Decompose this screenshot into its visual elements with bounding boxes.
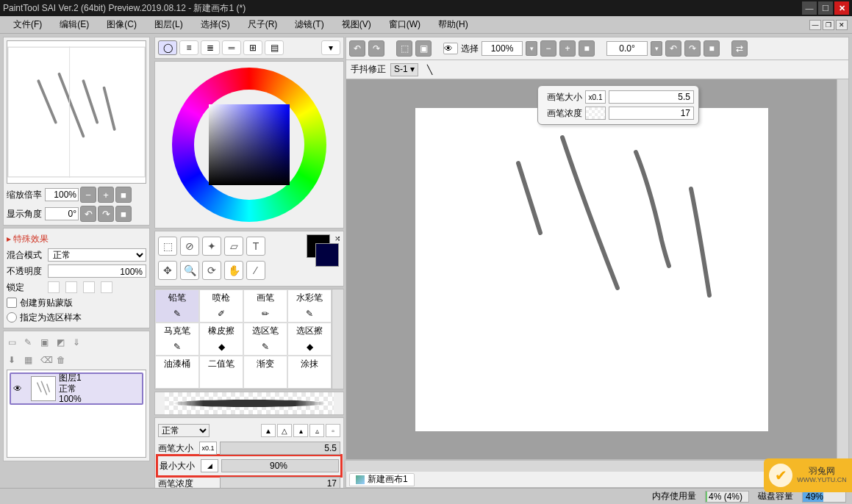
swatches-button[interactable]: ⊞ (243, 40, 262, 55)
brush-marker[interactable]: 马克笔✎ (155, 323, 199, 356)
flatten-icon[interactable]: ▦ (24, 355, 36, 367)
clipping-mask-checkbox[interactable] (7, 298, 17, 308)
canvas-rotate-ccw-button[interactable]: ↶ (665, 40, 681, 57)
opacity-slider[interactable]: 100% (48, 264, 146, 278)
rect-select-tool[interactable]: ⬚ (158, 237, 177, 256)
menu-file[interactable]: 文件(F) (4, 17, 51, 32)
menu-filter[interactable]: 滤镜(T) (286, 17, 332, 32)
rgb-sliders-button[interactable]: ≡ (179, 40, 198, 55)
zoom-reset-button[interactable]: ■ (115, 187, 132, 203)
brush-shape-b-button[interactable]: △ (277, 424, 292, 437)
brush-gradient[interactable]: 渐变 (243, 356, 287, 389)
menu-edit[interactable]: 编辑(E) (51, 17, 98, 32)
merge-down-icon[interactable]: ⬇ (8, 355, 20, 367)
panel-menu-button[interactable]: ▾ (321, 40, 340, 55)
canvas-zoom-fit-button[interactable]: ■ (579, 40, 595, 57)
hsv-sliders-button[interactable]: ≣ (201, 40, 220, 55)
doc-minimize-button[interactable]: — (809, 20, 821, 30)
brush-density-slider[interactable]: 17 (220, 477, 340, 488)
navigator-thumbnail[interactable] (7, 40, 146, 184)
menu-layer[interactable]: 图层(L) (146, 17, 192, 32)
new-layer-icon[interactable]: ▭ (8, 337, 20, 349)
stabilizer-select[interactable]: S-1 ▾ (390, 63, 418, 76)
brush-blend-select[interactable]: 正常 (158, 424, 210, 437)
brush-shape-c-button[interactable]: ▴ (293, 424, 308, 437)
menu-window[interactable]: 窗口(W) (380, 17, 429, 32)
maximize-button[interactable]: ☐ (818, 1, 833, 15)
canvas[interactable] (415, 108, 768, 431)
rotate-cw-button[interactable]: ↷ (98, 206, 114, 222)
flip-horizontal-button[interactable]: ⇄ (731, 40, 748, 57)
scratchpad-button[interactable]: ▤ (265, 40, 284, 55)
min-size-slider[interactable]: 90% (221, 459, 339, 472)
canvas-rotate-reset-button[interactable]: ■ (704, 40, 720, 57)
invert-sel-button[interactable]: ▣ (415, 40, 432, 57)
canvas-zoom-dropdown[interactable]: ▾ (526, 41, 537, 56)
brush-scrollbar[interactable] (332, 289, 343, 389)
canvas-zoom-in-button[interactable]: + (559, 40, 576, 57)
popup-density-value[interactable]: 17 (609, 107, 694, 120)
sv-square[interactable] (209, 104, 290, 185)
transfer-down-icon[interactable]: ⇓ (73, 337, 85, 349)
rotate-ccw-button[interactable]: ↶ (80, 206, 96, 222)
brush-shape-e-button[interactable]: ▫ (326, 424, 340, 437)
canvas-rotate-cw-button[interactable]: ↷ (684, 40, 701, 57)
rotate-view-tool[interactable]: ⟳ (202, 261, 221, 280)
brush-bucket[interactable]: 油漆桶 (155, 356, 199, 389)
angle-input[interactable] (45, 207, 79, 220)
background-swatch[interactable] (315, 243, 339, 267)
special-effects-toggle[interactable]: 特殊效果 (7, 231, 146, 247)
hand-tool[interactable]: ✋ (224, 261, 243, 280)
layer-list[interactable]: 👁 图层1 正常 100% (7, 370, 146, 458)
rotate-reset-button[interactable]: ■ (115, 206, 132, 222)
layer-visibility-icon[interactable]: 👁 (13, 384, 28, 394)
deselect-button[interactable]: ⬚ (396, 40, 412, 57)
color-swatches[interactable]: ⤭ (307, 234, 340, 258)
popup-density-swatch[interactable] (585, 107, 606, 120)
doc-close-button[interactable]: ✕ (836, 20, 848, 30)
zoom-input[interactable] (45, 188, 79, 201)
canvas-zoom-out-button[interactable]: − (540, 40, 556, 57)
brush-pencil[interactable]: 铅笔✎ (155, 289, 199, 323)
swap-colors-icon[interactable]: ⤭ (334, 234, 340, 242)
popup-size-step[interactable]: x0.1 (585, 90, 606, 104)
layer-mask-icon[interactable]: ◩ (57, 337, 68, 349)
new-folder-icon[interactable]: ▣ (40, 337, 52, 349)
brush-watercolor[interactable]: 水彩笔✎ (287, 289, 332, 323)
clear-layer-icon[interactable]: ⌫ (40, 355, 52, 367)
delete-layer-icon[interactable]: 🗑 (57, 355, 68, 367)
canvas-viewport[interactable]: 画笔大小 x0.1 5.5 画笔浓度 17 (346, 79, 837, 459)
minimize-button[interactable]: — (802, 1, 817, 15)
move-tool[interactable]: ✥ (158, 261, 177, 280)
brush-brush[interactable]: 画笔✏ (243, 289, 287, 323)
zoom-tool[interactable]: 🔍 (180, 261, 199, 280)
zoom-out-button[interactable]: − (80, 187, 96, 203)
wand-tool[interactable]: ✦ (202, 237, 221, 256)
popup-size-value[interactable]: 5.5 (609, 90, 694, 104)
eyedropper-tool[interactable]: ⁄ (246, 261, 265, 280)
document-tab[interactable]: 新建画布1 (349, 473, 415, 486)
menu-view[interactable]: 视图(V) (333, 17, 380, 32)
lock-move-button[interactable] (83, 281, 95, 293)
canvas-angle-input[interactable] (606, 41, 648, 56)
lock-alpha-button[interactable] (65, 281, 77, 293)
brush-shape-d-button[interactable]: ▵ (309, 424, 324, 437)
menu-image[interactable]: 图像(C) (98, 17, 146, 32)
min-size-stepper[interactable]: ◢ (201, 459, 218, 472)
lock-pixels-button[interactable] (48, 281, 60, 293)
zoom-in-button[interactable]: + (98, 187, 114, 203)
color-wheel-mode-button[interactable]: ◯ (158, 40, 177, 55)
brush-selpen[interactable]: 选区笔✎ (243, 323, 287, 356)
eye-icon[interactable]: 👁 (443, 43, 458, 54)
canvas-angle-dropdown[interactable]: ▾ (651, 41, 662, 56)
menu-ruler[interactable]: 尺子(R) (239, 17, 287, 32)
brush-airbrush[interactable]: 喷枪✐ (199, 289, 243, 323)
brush-seleraser[interactable]: 选区擦◆ (287, 323, 332, 356)
color-wheel[interactable] (172, 68, 326, 222)
brush-shape-a-button[interactable]: ▲ (261, 424, 276, 437)
lasso-tool[interactable]: ⊘ (180, 237, 199, 256)
brush-smudge[interactable]: 涂抹 (287, 356, 332, 389)
line-tool-icon[interactable]: ╲ (427, 65, 432, 75)
text-tool[interactable]: T (246, 237, 265, 256)
lock-all-button[interactable] (101, 281, 112, 293)
